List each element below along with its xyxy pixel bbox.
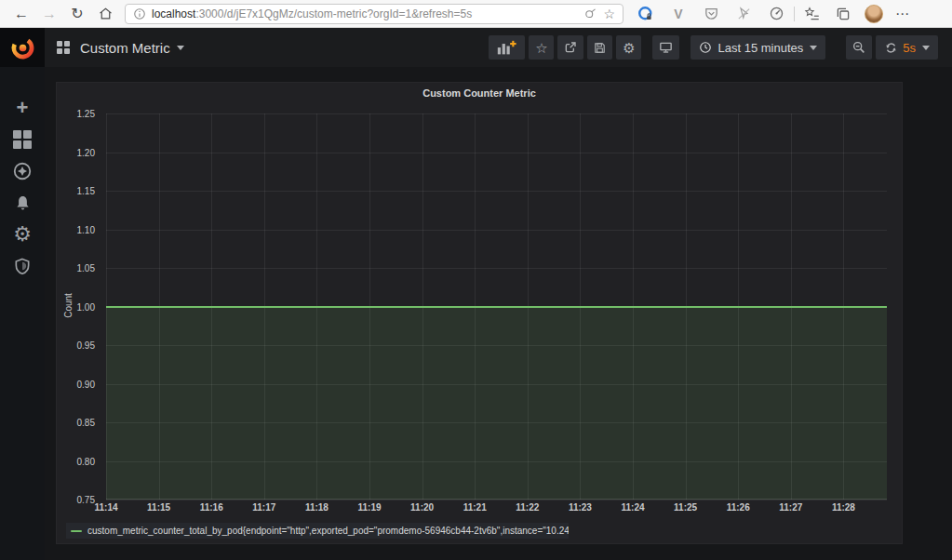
dashboard-settings-button[interactable]: ⚙ (616, 35, 641, 60)
x-tick-label: 11:17 (252, 502, 275, 513)
site-info-icon[interactable] (133, 7, 146, 20)
mark-favorite-button[interactable]: ☆ (529, 35, 554, 60)
legend-series-label[interactable]: custom_metric_counter_total_by_pod{endpo… (87, 526, 569, 536)
sidebar-item-explore[interactable] (0, 155, 45, 187)
add-panel-button[interactable] (489, 35, 525, 60)
clock-icon (699, 41, 712, 54)
legend[interactable]: custom_metric_counter_total_by_pod{endpo… (66, 523, 569, 539)
x-tick-label: 11:22 (516, 502, 539, 513)
reload-icon: ↻ (71, 5, 83, 22)
sidebar: + ⚙ (0, 28, 45, 560)
x-tick-label: 11:16 (200, 502, 223, 513)
favorites-hub-icon[interactable] (803, 5, 822, 23)
legend-series-swatch[interactable] (71, 530, 82, 532)
h-gridline (106, 422, 887, 423)
browser-right-area: ⋯ (803, 5, 910, 23)
x-axis: 11:1411:1511:1611:1711:1811:1911:2011:21… (106, 502, 925, 515)
x-tick-label: 11:27 (779, 502, 802, 513)
y-tick-label: 1.15 (77, 186, 95, 196)
panel-title[interactable]: Custom Counter Metric (57, 87, 902, 99)
plus-icon: + (17, 98, 29, 118)
sidebar-items: + ⚙ (0, 92, 45, 282)
zoom-out-button[interactable] (846, 35, 872, 60)
x-tick-label: 11:15 (147, 502, 170, 513)
h-gridline (106, 191, 887, 192)
grafana-app: + ⚙ (0, 28, 952, 560)
h-gridline (106, 345, 887, 346)
collections-icon[interactable] (834, 5, 852, 23)
x-tick-label: 11:14 (94, 502, 117, 513)
y-tick-label: 0.80 (77, 457, 95, 467)
pocket-extension-icon[interactable] (702, 5, 720, 23)
dashboards-icon (13, 130, 32, 149)
back-arrow-icon: ← (14, 6, 29, 22)
refresh-interval-label: 5s (903, 41, 916, 55)
browser-toolbar: ← → ↻ localhost:3000/d/jE7x1QgMz/custom-… (0, 0, 952, 28)
y-tick-label: 0.85 (77, 418, 95, 428)
cycle-view-button[interactable] (652, 35, 679, 60)
url-text: localhost:3000/d/jE7x1QgMz/custom-metric… (152, 7, 578, 20)
title-caret-icon[interactable] (177, 46, 184, 50)
series-fill (106, 307, 887, 500)
save-button[interactable] (587, 35, 612, 60)
favorite-star-icon[interactable]: ☆ (603, 7, 615, 21)
sidebar-item-create[interactable]: + (0, 92, 45, 124)
time-range-label: Last 15 minutes (717, 41, 803, 55)
y-tick-label: 1.20 (77, 148, 95, 158)
x-tick-label: 11:20 (410, 502, 434, 513)
h-gridline (106, 268, 887, 269)
url-bar[interactable]: localhost:3000/d/jE7x1QgMz/custom-metric… (125, 4, 623, 24)
compass-icon (12, 161, 33, 181)
forward-button[interactable]: → (35, 2, 63, 26)
x-tick-label: 11:18 (305, 502, 329, 513)
share-button[interactable] (557, 35, 583, 60)
search-icon[interactable] (583, 7, 597, 20)
x-tick-label: 11:21 (463, 502, 487, 513)
x-tick-label: 11:26 (727, 502, 750, 513)
navbar: Custom Metric ☆ ⚙ (45, 28, 952, 67)
series-line[interactable] (106, 306, 887, 308)
h-gridline (106, 113, 887, 114)
x-tick-label: 11:28 (832, 502, 855, 513)
h-gridline (106, 461, 887, 462)
magnifier-minus-icon (851, 40, 866, 55)
gear-icon: ⚙ (623, 41, 635, 55)
home-icon (98, 6, 114, 21)
dashboard-title[interactable]: Custom Metric (80, 40, 170, 56)
bell-icon (13, 193, 33, 213)
dashboard-grid-icon (57, 41, 70, 54)
y-tick-label: 1.10 (77, 225, 95, 235)
gear-icon: ⚙ (13, 224, 32, 245)
save-icon (593, 41, 607, 55)
y-tick-label: 1.25 (77, 109, 95, 119)
h-gridline (106, 153, 887, 153)
star-icon: ☆ (535, 41, 547, 55)
sidebar-item-dashboards[interactable] (0, 124, 45, 155)
sidebar-item-server-admin[interactable] (0, 250, 45, 282)
more-menu-icon[interactable]: ⋯ (895, 6, 910, 22)
refresh-caret-icon (922, 46, 930, 50)
v-extension-icon[interactable]: V (669, 5, 688, 23)
reload-button[interactable]: ↻ (63, 2, 91, 26)
sidebar-item-configuration[interactable]: ⚙ (0, 219, 45, 250)
speedometer-extension-icon[interactable] (767, 5, 785, 23)
profile-avatar[interactable] (865, 5, 883, 23)
time-range-caret-icon (810, 46, 817, 50)
back-button[interactable]: ← (7, 2, 35, 26)
refresh-picker[interactable]: 5s (876, 35, 938, 60)
y-tick-label: 1.00 (77, 302, 95, 313)
y-tick-label: 0.75 (77, 495, 95, 505)
blue-lock-extension-icon[interactable] (637, 5, 655, 23)
grafana-logo[interactable] (0, 28, 45, 67)
chart-panel[interactable]: Custom Counter Metric Count 1.251.201.15… (56, 82, 903, 544)
page: ← → ↻ localhost:3000/d/jE7x1QgMz/custom-… (0, 0, 952, 560)
sidebar-item-alerting[interactable] (0, 187, 45, 219)
home-button[interactable] (91, 2, 119, 26)
y-axis: 1.251.201.151.101.051.000.950.900.850.80… (57, 113, 101, 500)
cursor-extension-icon[interactable] (734, 5, 753, 23)
time-range-picker[interactable]: Last 15 minutes (691, 35, 825, 60)
x-tick-label: 11:24 (621, 502, 644, 513)
toolbar-separator (794, 7, 795, 21)
plot-area[interactable] (106, 113, 887, 500)
monitor-icon (658, 40, 674, 55)
